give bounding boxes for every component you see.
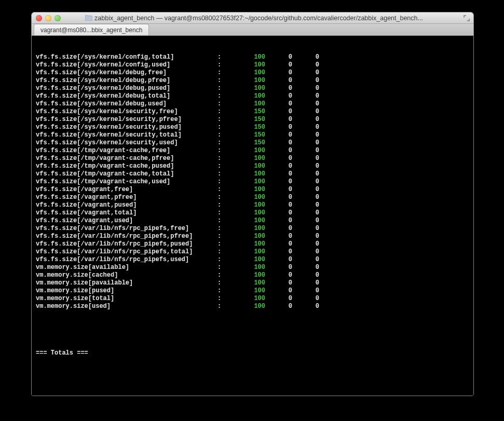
output-row: vfs.fs.size[/var/lib/nfs/rpc_pipefs,used… — [36, 256, 469, 264]
colon: : — [217, 248, 243, 256]
metric-key: vfs.fs.size[/sys/kernel/debug,used] — [36, 100, 217, 108]
metric-key: vfs.fs.size[/var/lib/nfs/rpc_pipefs,used… — [36, 256, 217, 264]
output-row: vm.memory.size[cached]:10000 — [36, 271, 469, 279]
value-col2: 0 — [265, 209, 292, 217]
metric-key: vfs.fs.size[/tmp/vagrant-cache,total] — [36, 170, 217, 178]
value-col3: 0 — [292, 287, 319, 295]
output-row: vfs.fs.size[/vagrant,pfree]:10000 — [36, 194, 469, 201]
value-success: 150 — [243, 124, 265, 131]
value-success: 100 — [243, 61, 265, 69]
value-success: 100 — [243, 100, 265, 108]
colon: : — [217, 131, 243, 139]
value-col2: 0 — [265, 124, 292, 131]
output-row: vfs.fs.size[/sys/kernel/security,pfree]:… — [36, 116, 469, 124]
output-row: vm.memory.size[pused]:10000 — [36, 287, 469, 295]
colon: : — [217, 217, 243, 225]
value-success: 100 — [243, 170, 265, 178]
value-col2: 0 — [265, 147, 292, 155]
output-row: vfs.fs.size[/sys/kernel/config,used]:100… — [36, 61, 469, 69]
colon: : — [217, 225, 243, 233]
output-row: vfs.fs.size[/tmp/vagrant-cache,pused]:10… — [36, 162, 469, 170]
value-success: 150 — [243, 116, 265, 124]
metric-key: vfs.fs.size[/sys/kernel/security,used] — [36, 139, 217, 147]
output-row: vfs.fs.size[/sys/kernel/config,total]:10… — [36, 53, 469, 61]
value-col2: 0 — [265, 53, 292, 61]
metric-key: vfs.fs.size[/vagrant,pfree] — [36, 194, 217, 201]
metric-key: vfs.fs.size[/sys/kernel/debug,pused] — [36, 85, 217, 92]
value-success: 100 — [243, 162, 265, 170]
zoom-icon[interactable] — [55, 15, 61, 21]
window-title-text: zabbix_agent_bench — vagrant@ms080027653… — [94, 15, 423, 22]
output-row: vfs.fs.size[/vagrant,total]:10000 — [36, 209, 469, 217]
output-row: vfs.fs.size[/tmp/vagrant-cache,free]:100… — [36, 147, 469, 155]
value-col3: 0 — [292, 217, 319, 225]
colon: : — [217, 303, 243, 310]
colon: : — [217, 69, 243, 77]
value-col3: 0 — [292, 77, 319, 85]
value-col2: 0 — [265, 256, 292, 264]
colon: : — [217, 201, 243, 209]
output-row: vfs.fs.size[/sys/kernel/debug,total]:100… — [36, 92, 469, 100]
output-row: vfs.fs.size[/sys/kernel/security,total]:… — [36, 131, 469, 139]
value-success: 100 — [243, 248, 265, 256]
colon: : — [217, 77, 243, 85]
value-col2: 0 — [265, 217, 292, 225]
value-col2: 0 — [265, 201, 292, 209]
value-col3: 0 — [292, 170, 319, 178]
terminal-tab[interactable]: vagrant@ms080...bbix_agent_bench — [34, 24, 149, 35]
value-success: 100 — [243, 53, 265, 61]
terminal-output[interactable]: vfs.fs.size[/sys/kernel/config,total]:10… — [32, 36, 473, 396]
colon: : — [217, 85, 243, 92]
metric-key: vm.memory.size[total] — [36, 295, 217, 303]
colon: : — [217, 186, 243, 194]
colon: : — [217, 287, 243, 295]
blank-line — [36, 373, 469, 381]
metric-key: vm.memory.size[pavailable] — [36, 279, 217, 287]
value-col3: 0 — [292, 85, 319, 92]
output-row: vm.memory.size[pavailable]:10000 — [36, 279, 469, 287]
colon: : — [217, 264, 243, 271]
output-row: vfs.fs.size[/sys/kernel/security,free]:1… — [36, 108, 469, 116]
metric-key: vfs.fs.size[/sys/kernel/config,used] — [36, 61, 217, 69]
value-col3: 0 — [292, 256, 319, 264]
output-row: vfs.fs.size[/vagrant,pused]:10000 — [36, 201, 469, 209]
metric-key: vfs.fs.size[/sys/kernel/debug,total] — [36, 92, 217, 100]
output-row: vfs.fs.size[/sys/kernel/debug,used]:1000… — [36, 100, 469, 108]
colon: : — [217, 240, 243, 248]
terminal-window: zabbix_agent_bench — vagrant@ms080027653… — [31, 12, 474, 396]
close-icon[interactable] — [36, 15, 42, 21]
metric-key: vfs.fs.size[/vagrant,total] — [36, 209, 217, 217]
value-col2: 0 — [265, 162, 292, 170]
metric-key: vfs.fs.size[/sys/kernel/config,total] — [36, 53, 217, 61]
output-row: vfs.fs.size[/vagrant,used]:10000 — [36, 217, 469, 225]
colon: : — [217, 194, 243, 201]
value-success: 100 — [243, 233, 265, 240]
folder-icon — [85, 15, 92, 21]
value-success: 100 — [243, 303, 265, 310]
metric-key: vfs.fs.size[/vagrant,pused] — [36, 201, 217, 209]
minimize-icon[interactable] — [45, 15, 51, 21]
metric-key: vfs.fs.size[/var/lib/nfs/rpc_pipefs,tota… — [36, 248, 217, 256]
value-col2: 0 — [265, 233, 292, 240]
value-col3: 0 — [292, 233, 319, 240]
output-row: vm.memory.size[total]:10000 — [36, 295, 469, 303]
value-col2: 0 — [265, 225, 292, 233]
colon: : — [217, 271, 243, 279]
value-col3: 0 — [292, 131, 319, 139]
colon: : — [217, 124, 243, 131]
value-col3: 0 — [292, 92, 319, 100]
value-col2: 0 — [265, 279, 292, 287]
value-success: 100 — [243, 186, 265, 194]
value-col3: 0 — [292, 271, 319, 279]
value-col2: 0 — [265, 186, 292, 194]
value-col2: 0 — [265, 92, 292, 100]
value-col2: 0 — [265, 287, 292, 295]
fullscreen-icon[interactable] — [463, 15, 470, 22]
tab-label: vagrant@ms080...bbix_agent_bench — [40, 26, 142, 34]
value-col2: 0 — [265, 170, 292, 178]
output-row: vfs.fs.size[/var/lib/nfs/rpc_pipefs,tota… — [36, 248, 469, 256]
value-success: 100 — [243, 85, 265, 92]
titlebar[interactable]: zabbix_agent_bench — vagrant@ms080027653… — [32, 12, 473, 24]
value-success: 100 — [243, 225, 265, 233]
metric-key: vfs.fs.size[/sys/kernel/debug,pfree] — [36, 77, 217, 85]
